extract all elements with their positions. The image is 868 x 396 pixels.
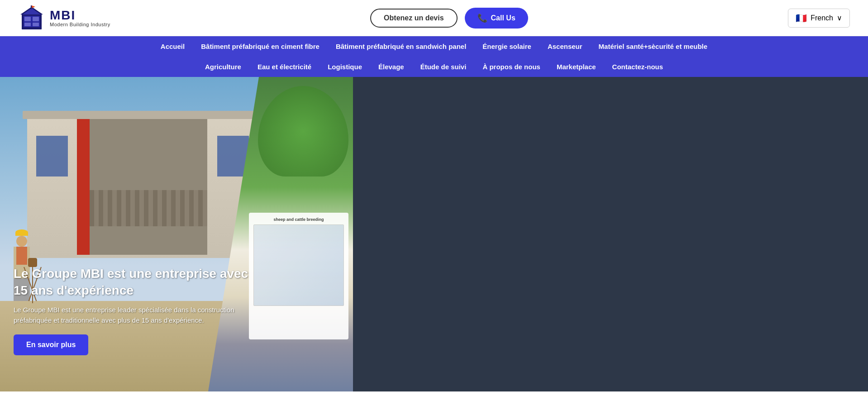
hero-description: Le Groupe MBI est une entreprise leader … [14,305,262,325]
worker-vest [16,247,27,265]
worker-head [16,236,27,247]
nav-batiment-sandwich[interactable]: Bâtiment préfabriqué en sandwich panel [328,36,474,57]
flag-icon: 🇫🇷 [796,13,807,24]
logo-text: MBI Modern Building Industry [50,9,110,27]
phone-icon: 📞 [477,13,487,23]
nav-etude-suivi[interactable]: Étude de suivi [412,57,475,77]
svg-rect-3 [33,17,39,21]
nav-row-2: Agriculture Eau et électricité Logistiqu… [18,57,850,77]
svg-rect-2 [24,17,31,21]
nav-elevage[interactable]: Élevage [370,57,412,77]
window-left [36,136,68,177]
nav-accueil[interactable]: Accueil [153,36,193,57]
hero-image-area: sheep and cattle breeding Le Groupe MBI … [0,77,353,391]
logo-subtitle-text: Modern Building Industry [50,22,110,27]
nav-contactez-nous[interactable]: Contactez-nous [604,57,672,77]
main-navbar: Accueil Bâtiment préfabriqué en ciment f… [0,36,868,77]
diagram-card: sheep and cattle breeding [249,213,348,339]
language-label: French [811,14,833,22]
vegetation [258,86,348,177]
hero-composite: sheep and cattle breeding Le Groupe MBI … [0,77,353,391]
diagram-content [253,224,344,306]
hero-right-panel [353,77,868,391]
savoir-plus-button[interactable]: En savoir plus [14,334,88,355]
svg-rect-4 [24,23,31,26]
nav-eau-electricite[interactable]: Eau et électricité [249,57,320,77]
site-header: MBI Modern Building Industry Obtenez un … [0,0,868,36]
logo-area: MBI Modern Building Industry [18,5,110,32]
red-column-left [77,119,90,255]
nav-row-1: Accueil Bâtiment préfabriqué en ciment f… [18,36,850,57]
nav-agriculture[interactable]: Agriculture [197,57,249,77]
call-button-label: Call Us [491,14,515,22]
worker-helmet [15,229,28,236]
nav-batiment-ciment[interactable]: Bâtiment préfabriqué en ciment fibre [193,36,328,57]
nav-ascenseur[interactable]: Ascenseur [539,36,591,57]
logo-mbi-text: MBI [50,9,110,22]
logo-icon [18,5,45,32]
nav-logistique[interactable]: Logistique [320,57,370,77]
building-grille [90,190,207,226]
building-center [90,119,207,255]
nav-marketplace[interactable]: Marketplace [548,57,604,77]
call-button[interactable]: 📞 Call Us [465,8,528,29]
svg-rect-5 [33,23,39,26]
header-actions: Obtenez un devis 📞 Call Us [370,8,528,29]
svg-marker-9 [32,5,35,8]
svg-rect-8 [31,5,32,9]
nav-a-propos[interactable]: À propos de nous [474,57,548,77]
language-selector[interactable]: 🇫🇷 French ∨ [788,9,850,28]
nav-energie-solaire[interactable]: Énergie solaire [474,36,539,57]
devis-button[interactable]: Obtenez un devis [370,9,457,28]
hero-title: Le Groupe MBI est une entreprise avec 15… [14,266,262,299]
diagram-title: sheep and cattle breeding [253,217,344,222]
nav-materiel-sante[interactable]: Matériel santé+sècurité et meuble [591,36,716,57]
hero-section: sheep and cattle breeding Le Groupe MBI … [0,77,868,391]
hero-text-overlay: Le Groupe MBI est une entreprise avec 15… [14,266,262,355]
chevron-down-icon: ∨ [837,14,842,22]
